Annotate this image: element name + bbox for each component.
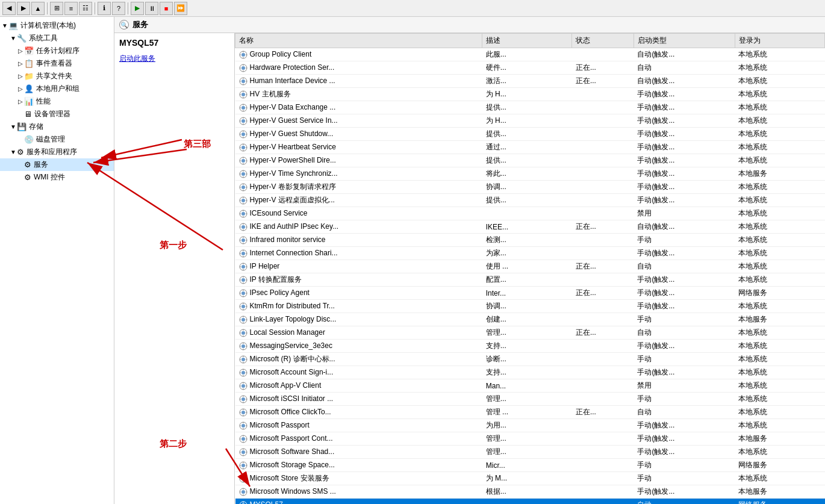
table-row[interactable]: ICEsound Service 禁用 本地系统 [235, 207, 825, 220]
service-startup-cell: 手动(触发... [634, 128, 735, 141]
service-login-cell: 本地服务 [735, 313, 824, 326]
services-panel[interactable]: 名称 描述 状态 启动类型 登录为 Group Policy Clien [235, 33, 825, 504]
table-row[interactable]: Microsoft Passport Cont... 管理... 手动(触发..… [235, 432, 825, 446]
table-row[interactable]: Hyper-V Guest Shutdow... 提供... 手动(触发... … [235, 128, 825, 141]
service-desc-cell: 诊断... [482, 353, 572, 366]
service-desc-cell: 为用... [482, 419, 572, 432]
start-button[interactable]: ▶ [131, 2, 144, 15]
table-row[interactable]: Group Policy Client 此服... 自动(触发... 本地系统 [235, 48, 825, 61]
service-icon [239, 474, 248, 483]
table-row[interactable]: Microsoft Passport 为用... 手动(触发... 本地系统 [235, 419, 825, 432]
sidebar-item-system-tools[interactable]: ▼ 🔧 系统工具 [0, 32, 114, 45]
service-status-cell [572, 300, 634, 313]
view-button[interactable]: ⊞ [50, 2, 63, 15]
col-startup[interactable]: 启动类型 [634, 34, 735, 48]
start-service-link[interactable]: 启动此服务 [119, 54, 229, 64]
service-status-cell [572, 247, 634, 260]
table-row[interactable]: IKE and AuthIP IPsec Key... IKEE... 正在..… [235, 220, 825, 234]
sidebar-item-disk-management[interactable]: 💿 磁盘管理 [0, 133, 114, 146]
sidebar-item-local-users[interactable]: ▷ 👤 本地用户和组 [0, 82, 114, 95]
table-row[interactable]: MessagingService_3e3ec 支持... 手动(触发... 本地… [235, 340, 825, 353]
sidebar-item-task-scheduler[interactable]: ▷ 📅 任务计划程序 [0, 45, 114, 57]
service-status-cell [572, 48, 634, 61]
table-row[interactable]: Infrared monitor service 检测... 手动 本地系统 [235, 234, 825, 247]
table-row[interactable]: Hyper-V Data Exchange ... 提供... 手动(触发...… [235, 101, 825, 114]
table-row[interactable]: Microsoft Software Shad... 管理... 手动(触发..… [235, 446, 825, 459]
sidebar-item-storage[interactable]: ▼ 💾 存储 [0, 120, 114, 133]
table-row[interactable]: Microsoft Windows SMS ... 根据... 手动(触发...… [235, 485, 825, 499]
sidebar-item-services-apps[interactable]: ▼ ⚙ 服务和应用程序 [0, 146, 114, 158]
service-startup-cell: 自动 [634, 260, 735, 273]
table-row[interactable]: Microsoft Store 安装服务 为 M... 手动 本地系统 [235, 472, 825, 485]
table-row[interactable]: Hyper-V Guest Service In... 为 H... 手动(触发… [235, 114, 825, 128]
service-gear-icon [239, 474, 248, 483]
up-button[interactable]: ▲ [31, 2, 45, 15]
sidebar-item-shared-folders[interactable]: ▷ 📁 共享文件夹 [0, 70, 114, 82]
svg-point-37 [241, 132, 245, 136]
table-row[interactable]: HV 主机服务 为 H... 手动(触发... 本地系统 [235, 88, 825, 101]
service-gear-icon [239, 422, 248, 430]
table-row[interactable]: Internet Connection Shari... 为家... 手动(触发… [235, 247, 825, 260]
toggle-root: ▼ [1, 22, 8, 29]
sidebar-item-device-manager[interactable]: 🖥 设备管理器 [0, 108, 114, 120]
service-login-cell: 本地系统 [735, 88, 824, 101]
service-desc-cell: 创建... [482, 313, 572, 326]
table-row[interactable]: MYSQL57 自动 网络服务 [235, 499, 825, 505]
table-row[interactable]: Microsoft iSCSI Initiator ... 管理... 手动 本… [235, 393, 825, 406]
help-button[interactable]: ? [112, 2, 125, 15]
sidebar-system-tools-label: 系统工具 [29, 33, 58, 43]
service-startup-cell: 手动(触发... [634, 167, 735, 181]
pause-button[interactable]: ⏸ [145, 2, 158, 15]
sidebar-item-performance[interactable]: ▷ 📊 性能 [0, 95, 114, 108]
sidebar-item-wmi[interactable]: ⚙ WMI 控件 [0, 171, 114, 184]
service-startup-cell: 手动(触发... [634, 154, 735, 167]
restart-button[interactable]: ⏩ [174, 2, 187, 15]
back-button[interactable]: ◀ [2, 2, 16, 15]
service-name-cell: Hyper-V PowerShell Dire... [235, 154, 482, 167]
list-button[interactable]: ≡ [64, 2, 78, 15]
service-desc-cell: 硬件... [482, 61, 572, 75]
sidebar-root[interactable]: ▼ 💻 计算机管理(本地) [0, 19, 114, 32]
table-row[interactable]: Hyper-V 卷影复制请求程序 协调... 手动(触发... 本地系统 [235, 181, 825, 194]
users-icon: 👤 [24, 84, 34, 93]
table-row[interactable]: Microsoft App-V Client Man... 禁用 本地系统 [235, 379, 825, 393]
table-row[interactable]: KtmRm for Distributed Tr... 协调... 手动(触发.… [235, 300, 825, 313]
table-row[interactable]: Microsoft Account Sign-i... 支持... 手动(触发.… [235, 366, 825, 379]
svg-point-163 [241, 411, 245, 414]
table-row[interactable]: Hyper-V 远程桌面虚拟化... 提供... 手动(触发... 本地系统 [235, 194, 825, 207]
service-name-cell: Local Session Manager [235, 326, 482, 340]
col-status[interactable]: 状态 [572, 34, 634, 48]
sidebar: ▼ 💻 计算机管理(本地) ▼ 🔧 系统工具 ▷ 📅 任务计划程序 ▷ 📋 事件… [0, 17, 114, 504]
event-icon: 📋 [24, 59, 34, 68]
service-login-cell: 网络服务 [735, 499, 824, 505]
service-icon [239, 342, 248, 350]
service-name-cell: IPsec Policy Agent [235, 287, 482, 300]
stop-button[interactable]: ■ [160, 2, 173, 15]
table-row[interactable]: Hyper-V Time Synchroniz... 将此... 手动(触发..… [235, 167, 825, 181]
col-name[interactable]: 名称 [235, 34, 482, 48]
svg-point-43 [241, 146, 245, 149]
table-row[interactable]: Hyper-V PowerShell Dire... 提供... 手动(触发..… [235, 154, 825, 167]
sidebar-item-services[interactable]: ⚙ 服务 [0, 158, 114, 171]
service-startup-cell: 手动(触发... [634, 287, 735, 300]
table-row[interactable]: Hyper-V Heartbeat Service 通过... 手动(触发...… [235, 141, 825, 154]
forward-button[interactable]: ▶ [17, 2, 30, 15]
table-row[interactable]: Microsoft Office ClickTo... 管理 ... 正在...… [235, 406, 825, 419]
table-row[interactable]: Hardware Protection Ser... 硬件... 正在... 自… [235, 61, 825, 75]
svg-point-115 [241, 305, 245, 308]
info-button[interactable]: ℹ [98, 2, 111, 15]
table-row[interactable]: Link-Layer Topology Disc... 创建... 手动 本地服… [235, 313, 825, 326]
service-icon [239, 302, 248, 311]
col-login[interactable]: 登录为 [735, 34, 824, 48]
table-row[interactable]: IPsec Policy Agent Inter... 正在... 手动(触发.… [235, 287, 825, 300]
table-row[interactable]: Microsoft Storage Space... Micr... 手动 网络… [235, 459, 825, 472]
table-row[interactable]: Microsoft (R) 诊断中心标... 诊断... 手动 本地系统 [235, 353, 825, 366]
col-desc[interactable]: 描述 [482, 34, 572, 48]
table-row[interactable]: Human Interface Device ... 激活... 正在... 自… [235, 75, 825, 88]
table-row[interactable]: Local Session Manager 管理... 正在... 自动 本地系… [235, 326, 825, 340]
sidebar-item-event-viewer[interactable]: ▷ 📋 事件查看器 [0, 57, 114, 70]
service-icon [239, 117, 248, 125]
detail-button[interactable]: ☷ [79, 2, 92, 15]
table-row[interactable]: IP Helper 使用 ... 正在... 自动 本地系统 [235, 260, 825, 273]
table-row[interactable]: IP 转换配置服务 配置... 手动(触发... 本地系统 [235, 273, 825, 287]
